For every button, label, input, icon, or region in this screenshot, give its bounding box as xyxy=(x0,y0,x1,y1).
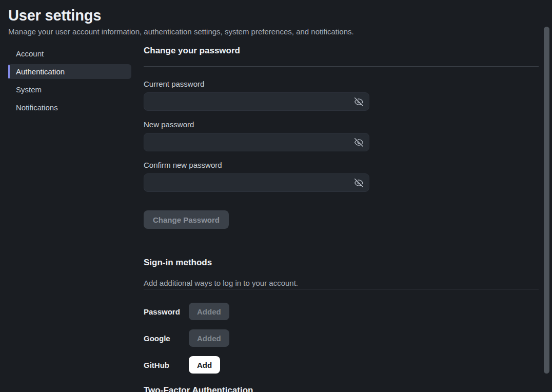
toggle-confirm-password-visibility-button[interactable] xyxy=(352,176,365,189)
confirm-password-input-wrap xyxy=(144,173,369,192)
settings-layout: Account Authentication System Notificati… xyxy=(0,46,552,392)
sidebar-item-label: Authentication xyxy=(16,67,65,76)
method-row-github: GitHub Add xyxy=(144,356,539,374)
method-added-button-password: Added xyxy=(189,303,229,320)
current-password-field: Current password xyxy=(144,80,539,111)
signin-methods-heading: Sign-in methods xyxy=(144,258,539,267)
page-header: User settings Manage your user account i… xyxy=(0,0,552,36)
method-added-button-google: Added xyxy=(189,329,229,347)
sidebar-item-label: System xyxy=(16,85,42,94)
settings-content: Change your password Current password xyxy=(144,46,539,392)
eye-off-icon xyxy=(354,138,363,147)
eye-off-icon xyxy=(354,97,363,106)
eye-off-icon xyxy=(354,179,363,187)
method-add-button-github[interactable]: Add xyxy=(189,356,220,374)
new-password-label: New password xyxy=(144,121,539,129)
sidebar-item-label: Notifications xyxy=(16,103,58,112)
confirm-password-label: Confirm new password xyxy=(144,161,539,169)
method-row-password: Password Added xyxy=(144,303,539,320)
new-password-input[interactable] xyxy=(144,133,369,151)
sidebar-item-account[interactable]: Account xyxy=(8,46,131,61)
confirm-password-input[interactable] xyxy=(144,173,369,192)
signin-methods-list: Password Added Google Added GitHub Add xyxy=(144,303,539,374)
method-label-password: Password xyxy=(144,307,189,316)
sidebar-item-system[interactable]: System xyxy=(8,82,131,97)
change-password-section: Change your password Current password xyxy=(144,46,539,229)
change-password-heading: Change your password xyxy=(144,46,539,55)
password-fields: Current password New p xyxy=(144,80,539,192)
method-label-github: GitHub xyxy=(144,361,189,369)
signin-methods-section: Sign-in methods Add additional ways to l… xyxy=(144,258,539,374)
toggle-current-password-visibility-button[interactable] xyxy=(352,95,365,108)
current-password-input[interactable] xyxy=(144,92,369,111)
new-password-input-wrap xyxy=(144,133,369,151)
two-factor-heading: Two-Factor Authentication xyxy=(144,386,539,392)
vertical-scrollbar-thumb[interactable] xyxy=(544,27,549,374)
settings-sidebar: Account Authentication System Notificati… xyxy=(8,46,131,392)
toggle-new-password-visibility-button[interactable] xyxy=(352,135,365,149)
method-label-google: Google xyxy=(144,334,189,343)
confirm-password-field: Confirm new password xyxy=(144,161,539,192)
sidebar-item-label: Account xyxy=(16,49,44,58)
section-divider xyxy=(144,66,539,67)
page-subtitle: Manage your user account information, au… xyxy=(8,28,544,36)
method-row-google: Google Added xyxy=(144,329,539,347)
signin-methods-description: Add additional ways to log in to your ac… xyxy=(144,279,539,289)
user-settings-page: User settings Manage your user account i… xyxy=(0,0,552,392)
page-title: User settings xyxy=(8,7,544,24)
sidebar-item-notifications[interactable]: Notifications xyxy=(8,100,131,115)
change-password-button[interactable]: Change Password xyxy=(144,210,229,229)
current-password-label: Current password xyxy=(144,80,539,88)
new-password-field: New password xyxy=(144,121,539,151)
two-factor-section: Two-Factor Authentication xyxy=(144,386,539,392)
active-tab-indicator xyxy=(8,65,10,79)
sidebar-item-authentication[interactable]: Authentication xyxy=(8,64,131,79)
current-password-input-wrap xyxy=(144,92,369,111)
